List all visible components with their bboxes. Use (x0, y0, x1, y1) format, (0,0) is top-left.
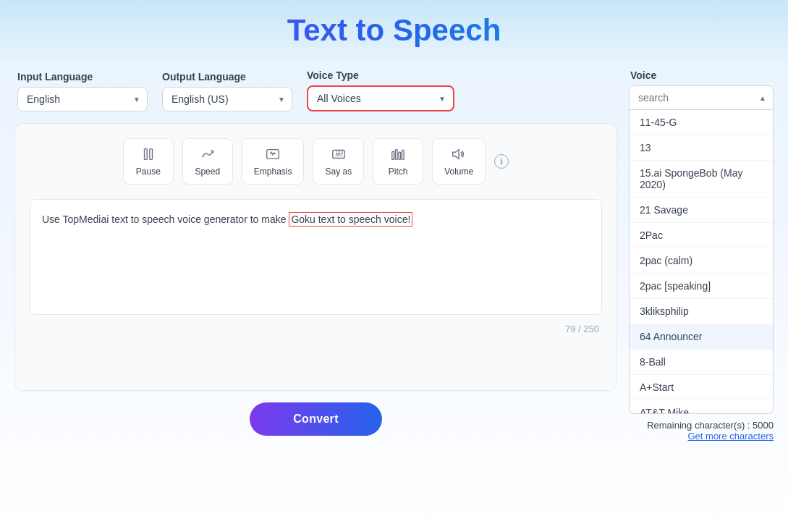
convert-button[interactable]: Convert (250, 402, 382, 436)
voice-type-select-wrapper: All Voices (307, 85, 454, 111)
page-header: Text to Speech (0, 0, 788, 62)
voice-item[interactable]: 2pac [speaking] (630, 274, 773, 299)
voice-search-arrow-icon: ▲ (759, 94, 766, 102)
svg-rect-8 (399, 152, 401, 159)
text-highlighted: Goku text to speech voice! (289, 212, 412, 227)
pause-button[interactable]: Pause (123, 138, 174, 185)
remaining-label: Remaining character(s) : 5000 (629, 420, 774, 431)
input-language-group: Input Language English (17, 71, 148, 111)
toolbar: Pause Speed Emphasis (30, 138, 602, 185)
svg-text:123: 123 (335, 150, 343, 155)
voice-item[interactable]: 13 (630, 135, 773, 161)
svg-rect-0 (144, 149, 147, 160)
voice-item[interactable]: 2pac (calm) (630, 248, 773, 274)
say-as-icon: abc 123 (331, 146, 347, 162)
pitch-icon (390, 146, 406, 162)
voice-search-input[interactable] (629, 85, 774, 110)
controls-row: Input Language English Output Language E… (14, 69, 617, 111)
text-before: Use TopMediai text to speech voice gener… (42, 214, 289, 225)
svg-rect-1 (150, 149, 153, 160)
input-language-label: Input Language (17, 71, 148, 83)
voice-item[interactable]: 11-45-G (630, 110, 773, 135)
input-language-select[interactable]: English (17, 87, 148, 111)
speed-icon (200, 146, 216, 162)
voice-item[interactable]: A+Start (630, 375, 773, 400)
speed-button[interactable]: Speed (182, 138, 233, 185)
emphasis-button[interactable]: Emphasis (242, 138, 305, 185)
voice-list: 11-45-G1315.ai SpongeBob (May 2020)21 Sa… (629, 110, 774, 414)
svg-rect-6 (392, 151, 394, 159)
voice-item[interactable]: 3kliksphilip (630, 299, 773, 324)
pitch-button[interactable]: Pitch (373, 138, 423, 185)
output-language-label: Output Language (162, 71, 292, 83)
voice-item[interactable]: 64 Announcer (630, 324, 773, 350)
voice-search-wrapper: ▲ (629, 85, 774, 110)
convert-row: Convert (14, 391, 617, 442)
left-panel: Input Language English Output Language E… (14, 69, 617, 442)
svg-marker-10 (453, 150, 459, 159)
pause-icon (140, 146, 156, 162)
voice-item[interactable]: AT&T Mike (630, 400, 773, 414)
voice-item[interactable]: 8-Ball (630, 350, 773, 375)
voice-label: Voice (629, 69, 774, 81)
voice-item[interactable]: 15.ai SpongeBob (May 2020) (630, 161, 773, 198)
editor-area: Pause Speed Emphasis (14, 123, 617, 391)
char-count: 79 / 250 (565, 324, 599, 334)
output-language-select-wrapper: English (US) (162, 87, 292, 111)
voice-item[interactable]: 21 Savage (630, 198, 773, 223)
voice-item[interactable]: 2Pac (630, 223, 773, 248)
svg-rect-9 (402, 151, 404, 160)
input-language-select-wrapper: English (17, 87, 148, 111)
page-title: Text to Speech (0, 13, 788, 48)
char-count-row: 79 / 250 (30, 315, 602, 334)
say-as-button[interactable]: abc 123 Say as (313, 138, 364, 185)
voice-type-group: Voice Type All Voices (307, 69, 454, 111)
main-layout: Input Language English Output Language E… (0, 69, 788, 442)
volume-icon (451, 146, 467, 162)
text-editor[interactable]: Use TopMediai text to speech voice gener… (30, 199, 602, 315)
voice-type-select[interactable]: All Voices (308, 87, 453, 110)
volume-button[interactable]: Volume (432, 138, 486, 185)
get-more-characters-link[interactable]: Get more characters (629, 431, 774, 442)
output-language-group: Output Language English (US) (162, 71, 292, 111)
output-language-select[interactable]: English (US) (162, 87, 292, 111)
right-panel: Voice ▲ 11-45-G1315.ai SpongeBob (May 20… (629, 69, 774, 442)
emphasis-icon (265, 146, 281, 162)
info-icon[interactable]: ℹ (494, 154, 509, 169)
svg-rect-7 (396, 150, 398, 160)
voice-type-label: Voice Type (307, 69, 454, 81)
